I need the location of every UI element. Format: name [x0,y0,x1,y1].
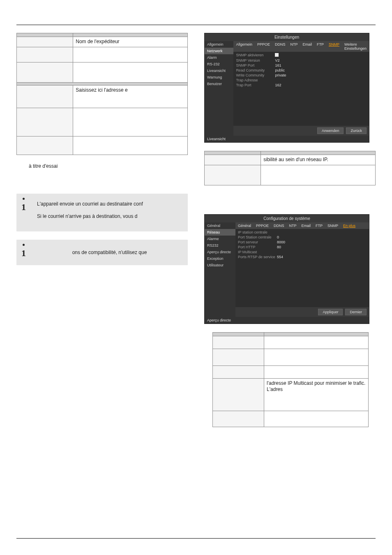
field-value[interactable]: 554 [277,255,283,259]
sidebar-item-benutzer[interactable]: Benutzer [205,81,233,87]
tab-ftp[interactable]: FTP [313,222,325,229]
tab-snmp[interactable]: SNMP [326,41,342,52]
tab-ftp[interactable]: FTP [314,41,326,52]
apply-button[interactable]: Appliquer [318,309,343,315]
shot-liveback[interactable]: Aperçu directe [205,317,369,324]
shot-tabs: Général PPPOE DDNS NTP Email FTP SNMP En… [235,222,369,229]
field-value[interactable]: 80 [277,245,281,249]
sidebar-item-rs232[interactable]: RS-232 [205,61,233,67]
info-text: Si le courriel n'arrive pas à destinatio… [37,213,182,220]
sidebar-item-liveansicht[interactable]: Liveansicht [205,67,233,74]
snmp-enable-checkbox[interactable] [275,53,279,58]
sidebar-item-rs232[interactable]: RS232 [205,242,235,249]
field-row: IP station centrale [235,230,369,235]
cell [264,336,369,349]
field-row: Trap Adresse [233,78,369,83]
shot-fields: SNMP aktivieren SNMP Version V2 SNMP Por… [233,52,369,126]
tab-weitere[interactable]: Weitere Einstellungen [342,41,369,52]
right-table-2: l'adresse IP Multicast pour minimiser le… [212,332,369,427]
field-row: Read Community public [233,68,369,73]
cell [264,365,369,378]
field-value[interactable]: V2 [275,58,279,62]
tab-general[interactable]: Général [235,222,254,229]
tab-ddns[interactable]: DDNS [271,222,287,229]
cell [213,332,264,336]
sub-note: à titre d'essai [29,163,188,169]
field-label: Ports RTSP de service [238,255,277,259]
tab-ddns[interactable]: DDNS [272,41,288,52]
table-row: Nom de l'expéditeur [17,37,188,47]
sidebar-item-utilisateur[interactable]: Utilisateur [205,262,235,268]
cell [213,349,264,365]
field-row: Port serveur 8000 [235,240,369,245]
field-label: IP station centrale [238,230,277,234]
field-label: SNMP aktivieren [236,53,275,58]
tab-allgemein[interactable]: Allgemein [233,41,255,52]
cell [264,411,369,427]
field-row: SNMP aktivieren [233,53,369,58]
tab-email[interactable]: Email [300,41,314,52]
field-label: Trap Port [236,83,275,87]
apply-button[interactable]: Anwenden [317,127,344,134]
field-value[interactable]: 161 [275,63,281,67]
field-label: Port HTTP [238,245,277,249]
field-label: SNMP Port [236,63,275,67]
shot-main: Général PPPOE DDNS NTP Email FTP SNMP En… [235,222,369,317]
tab-enplus[interactable]: En plus [341,222,358,229]
screenshot-snmp: Einstellungen Allgemein Netzwerk Alarm R… [204,33,369,143]
field-value[interactable]: 162 [275,83,281,87]
info-icon: 1 [21,244,26,260]
field-label: Port Station centrale [238,235,277,239]
field-row: SNMP Version V2 [233,58,369,63]
sidebar-item-allgemein[interactable]: Allgemein [205,41,233,48]
sidebar-item-netzwerk[interactable]: Netzwerk [205,48,233,54]
table-row [17,82,188,85]
cell: Nom de l'expéditeur [73,37,188,47]
cell [17,108,73,136]
table-row [213,336,369,349]
field-row: Write Community private [233,73,369,78]
tab-pppoe[interactable]: PPPOE [254,222,271,229]
field-label: Trap Adresse [236,78,275,82]
tab-email[interactable]: Email [299,222,314,229]
shot-buttons: Anwenden Zurück [233,126,369,136]
cell [17,62,73,82]
cell [261,151,376,155]
field-label: IP Multicast [238,250,277,254]
back-button[interactable]: Dernier [345,309,367,315]
right-column: Einstellungen Allgemein Netzwerk Alarm R… [204,33,376,427]
cell [264,349,369,365]
page: Nom de l'expéditeur Saisissez ici l'adre… [0,0,392,555]
sidebar-item-warnung[interactable]: Warnung [205,74,233,81]
table-row [17,33,188,37]
sidebar-item-apercu[interactable]: Aperçu directe [205,249,235,255]
cell [205,165,261,185]
tab-ntp[interactable]: NTP [288,41,300,52]
sidebar-item-alarm[interactable]: Alarm [205,54,233,61]
shot-title: Configuration de système [205,215,369,222]
left-table: Nom de l'expéditeur Saisissez ici l'adre… [16,33,188,155]
field-value[interactable]: 8000 [277,240,285,244]
table-row [213,332,369,336]
field-value[interactable]: private [275,73,286,77]
cell: sibilité au sein d'un réseau IP. [261,155,376,165]
shot-liveback[interactable]: Liveansicht [205,136,369,142]
tab-snmp[interactable]: SNMP [325,222,341,229]
tab-ntp[interactable]: NTP [287,222,299,229]
table-row [213,411,369,427]
info-box-2: 1 ons de compatibilité, n'utilisez que [16,240,188,265]
field-value[interactable]: public [275,68,285,72]
sidebar-item-alarme[interactable]: Alarme [205,236,235,242]
field-row: SNMP Port 161 [233,63,369,68]
shot-body: Allgemein Netzwerk Alarm RS-232 Liveansi… [205,41,369,136]
field-value[interactable]: 0 [277,235,279,239]
shot-title: Einstellungen [205,33,369,41]
back-button[interactable]: Zurück [346,127,367,134]
cell [73,108,188,136]
top-rule [16,25,376,25]
sidebar-item-exception[interactable]: Exception [205,255,235,262]
tab-pppoe[interactable]: PPPOE [255,41,272,52]
cell [17,85,73,108]
sidebar-item-general[interactable]: Général [205,222,235,229]
sidebar-item-reseau[interactable]: Réseau [205,229,235,236]
